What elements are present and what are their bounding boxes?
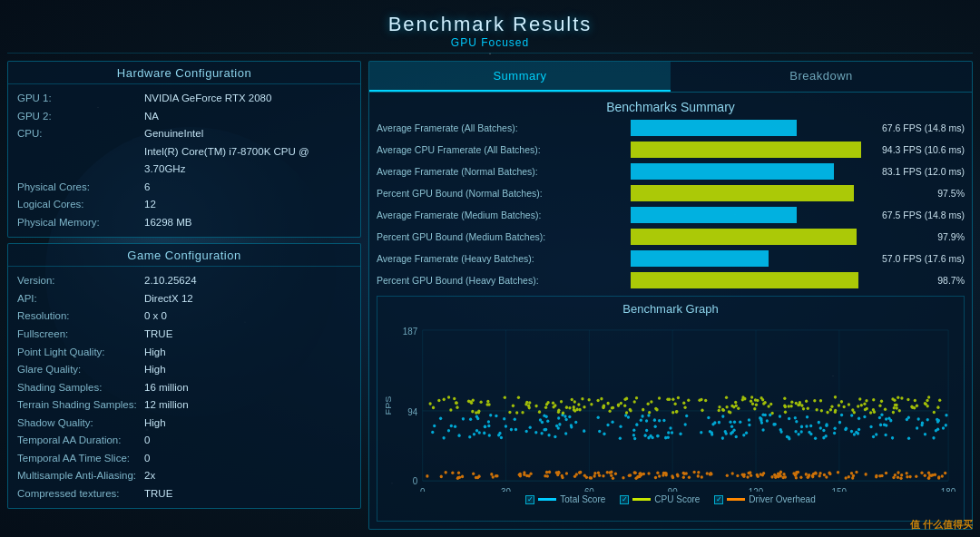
svg-point-307 (790, 405, 793, 408)
bench-value-1: 94.3 FPS (10.6 ms) (865, 144, 965, 155)
svg-point-242 (725, 396, 728, 400)
game-label-glare: Glare Quality: (17, 361, 144, 379)
bench-value-0: 67.6 FPS (14.8 ms) (865, 122, 965, 133)
svg-text:150: 150 (832, 486, 848, 492)
svg-point-364 (477, 409, 480, 413)
svg-point-118 (766, 419, 769, 423)
svg-point-531 (760, 473, 762, 476)
svg-point-450 (750, 474, 752, 477)
svg-point-40 (729, 421, 731, 425)
svg-point-161 (800, 430, 803, 434)
hardware-value-phys-cores: 6 (144, 179, 150, 197)
svg-point-368 (682, 401, 685, 405)
legend-label-driver: Driver Overhead (749, 494, 815, 504)
tab-breakdown[interactable]: Breakdown (671, 62, 972, 92)
bench-bar-container-1 (631, 142, 861, 158)
bench-bar-container-2 (631, 163, 861, 180)
svg-point-30 (495, 415, 497, 418)
svg-point-75 (700, 431, 702, 434)
svg-point-532 (731, 472, 734, 475)
graph-title: Benchmark Graph (383, 302, 958, 316)
svg-point-288 (734, 401, 737, 405)
svg-point-108 (721, 436, 724, 440)
svg-point-402 (471, 410, 474, 414)
svg-point-111 (478, 431, 481, 434)
svg-point-599 (495, 474, 497, 478)
svg-point-291 (851, 408, 854, 412)
svg-point-233 (538, 410, 541, 414)
svg-point-490 (477, 474, 480, 478)
svg-point-211 (935, 429, 937, 433)
svg-point-389 (829, 408, 832, 412)
svg-point-505 (837, 471, 839, 474)
svg-point-318 (590, 403, 593, 406)
svg-point-570 (784, 475, 787, 479)
svg-point-331 (687, 399, 690, 403)
bench-value-3: 97.5% (865, 188, 965, 199)
benchmarks-summary-section: Benchmarks Summary Average Framerate (Al… (377, 100, 965, 290)
svg-point-569 (770, 475, 773, 479)
left-panel: Hardware Configuration GPU 1: NVIDIA GeF… (7, 61, 361, 530)
svg-point-300 (872, 398, 875, 402)
tab-summary[interactable]: Summary (369, 62, 671, 92)
svg-point-138 (721, 415, 724, 418)
svg-point-166 (906, 418, 908, 422)
legend-color-cpu (632, 498, 651, 501)
svg-point-442 (944, 472, 946, 475)
game-value-msaa: 2x (144, 467, 155, 485)
svg-point-131 (730, 425, 733, 428)
svg-point-317 (893, 406, 896, 410)
game-row-version: Version: 2.10.25624 (17, 272, 351, 290)
svg-point-257 (534, 405, 537, 408)
svg-point-63 (788, 417, 790, 421)
svg-point-98 (439, 417, 442, 421)
svg-point-329 (830, 405, 833, 408)
svg-point-59 (739, 421, 741, 425)
hardware-row-phys-cores: Physical Cores: 6 (17, 179, 351, 197)
bench-label-6: Average Framerate (Heavy Batches): (377, 253, 631, 264)
svg-point-324 (456, 405, 458, 409)
svg-point-259 (838, 404, 840, 407)
svg-point-551 (927, 476, 930, 480)
svg-point-383 (815, 408, 818, 412)
svg-point-421 (575, 408, 578, 412)
svg-point-296 (642, 408, 644, 412)
svg-point-535 (777, 473, 779, 476)
game-label-msaa: Multisample Anti-Aliasing: (17, 467, 144, 485)
svg-point-579 (492, 475, 495, 479)
game-row-glare: Glare Quality: High (17, 361, 351, 379)
svg-point-539 (779, 471, 782, 474)
svg-point-371 (629, 408, 632, 412)
svg-point-293 (718, 409, 720, 413)
svg-point-89 (850, 430, 853, 434)
svg-point-398 (895, 404, 897, 407)
svg-point-432 (906, 472, 908, 475)
svg-point-71 (510, 428, 513, 432)
svg-point-499 (529, 473, 532, 476)
svg-point-440 (593, 474, 596, 478)
svg-text:60: 60 (584, 486, 594, 492)
svg-point-510 (934, 474, 936, 477)
svg-point-578 (795, 476, 798, 480)
svg-point-261 (936, 405, 939, 409)
svg-point-52 (598, 430, 601, 434)
svg-point-26 (880, 414, 883, 417)
svg-point-77 (761, 428, 764, 432)
game-label-fullscreen: Fullscreen: (17, 326, 144, 344)
svg-point-477 (726, 474, 729, 477)
legend-label-cpu: CPU Score (654, 494, 700, 504)
bench-row-7: Percent GPU Bound (Heavy Batches): 98.7% (377, 270, 965, 290)
svg-point-264 (647, 403, 650, 406)
svg-point-583 (590, 476, 593, 480)
svg-point-188 (825, 425, 828, 428)
svg-point-303 (673, 402, 676, 405)
bench-row-2: Average Framerate (Normal Batches): 83.1… (377, 161, 965, 181)
graph-area: 187 94 0 FPS 0 30 60 90 120 150 (383, 319, 958, 492)
svg-point-260 (783, 405, 786, 408)
hardware-label-cpu: CPU: (17, 125, 144, 143)
bench-row-4: Average Framerate (Medium Batches): 67.5… (377, 205, 965, 225)
svg-point-158 (476, 417, 479, 421)
svg-point-332 (802, 407, 805, 411)
svg-point-149 (833, 432, 836, 435)
svg-point-590 (709, 473, 711, 476)
